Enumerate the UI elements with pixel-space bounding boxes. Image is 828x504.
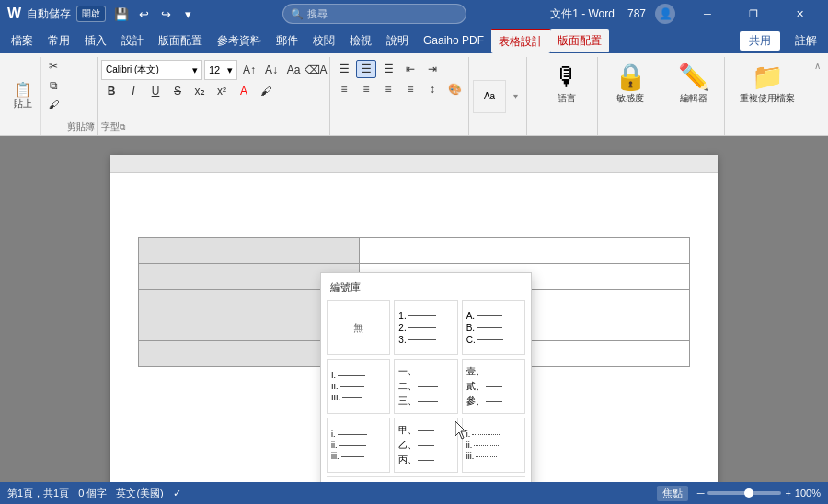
menu-item-help[interactable]: 說明	[379, 29, 416, 52]
font-size-value: 12	[209, 64, 220, 75]
italic-btn[interactable]: I	[123, 82, 144, 100]
menu-item-references[interactable]: 參考資料	[210, 29, 269, 52]
align-right-btn[interactable]: ≡	[378, 80, 398, 98]
reuse-label: 重複使用檔案	[740, 92, 795, 105]
title-center: 🔍 搜尋	[282, 4, 466, 24]
strikethrough-btn[interactable]: S	[167, 82, 188, 100]
menu-item-gaaiho[interactable]: Gaaiho PDF	[416, 30, 491, 51]
status-right: 焦點 ─ + 100%	[657, 486, 821, 501]
restore-btn[interactable]: ❐	[732, 0, 775, 28]
reuse-icon: 📁	[752, 64, 784, 90]
subscript-btn[interactable]: x₂	[190, 82, 210, 100]
shading-btn[interactable]: 🎨	[444, 80, 465, 98]
save-icon[interactable]: 💾	[111, 4, 132, 24]
align-center-btn[interactable]: ≡	[356, 80, 376, 98]
menu-item-review[interactable]: 校閱	[305, 29, 342, 52]
zoom-out-btn[interactable]: ─	[697, 487, 705, 498]
menu-item-view[interactable]: 檢視	[342, 29, 379, 52]
language-btn[interactable]: 🎙 語言	[544, 61, 590, 109]
multilevel-btn[interactable]: ☰	[378, 60, 398, 78]
lang-label: 英文(美國)	[116, 487, 163, 500]
undo-btn[interactable]: ↩	[133, 4, 154, 24]
user-icon[interactable]: 👤	[655, 4, 675, 24]
share-button[interactable]: 共用	[740, 31, 780, 51]
superscript-btn[interactable]: x²	[212, 82, 232, 100]
autosave-toggle[interactable]: 開啟	[76, 6, 106, 22]
numbering-grid: 無 1. 2. 3. A. B. C. I. II. III. 一、	[327, 300, 525, 473]
numbering-btn[interactable]: ☰	[356, 60, 376, 78]
more-btn[interactable]: ▾	[178, 4, 198, 24]
zoom-control: ─ + 100%	[697, 487, 821, 498]
font-group-dialog-icon[interactable]: ⧉	[120, 122, 125, 132]
reuse-btn[interactable]: 📁 重複使用檔案	[734, 61, 800, 109]
sensitivity-btn[interactable]: 🔒 敏感度	[607, 61, 653, 109]
menu-item-mailings[interactable]: 郵件	[269, 29, 305, 52]
numbering-roman[interactable]: I. II. III.	[327, 359, 390, 414]
zoom-thumb	[744, 488, 753, 498]
menu-item-file[interactable]: 檔案	[4, 29, 40, 52]
table-cell[interactable]	[139, 238, 360, 264]
grow-font-btn[interactable]: A↑	[239, 61, 259, 79]
menu-item-insert[interactable]: 插入	[77, 29, 114, 52]
language-icon: 🎙	[554, 64, 580, 90]
styles-collapse-btn[interactable]: ▾	[508, 59, 523, 133]
zoom-slider[interactable]	[707, 491, 781, 495]
status-bar: 第1頁，共1頁 0 個字 英文(美國) ✓ 焦點 ─ + 100%	[0, 482, 828, 504]
numbering-chinese-capital[interactable]: 壹、 貳、 參、	[462, 359, 525, 414]
styles-group: Aa ▾	[469, 57, 527, 135]
align-left-btn[interactable]: ≡	[334, 80, 354, 98]
numbering-roman-lower[interactable]: i. ii. iii.	[327, 418, 390, 473]
underline-btn[interactable]: U	[145, 82, 166, 100]
increase-indent-btn[interactable]: ⇥	[422, 60, 443, 78]
shrink-font-btn[interactable]: A↓	[261, 61, 282, 79]
search-bar[interactable]: 🔍 搜尋	[282, 4, 466, 24]
paste-btn[interactable]: 📋 貼上	[9, 57, 37, 135]
change-case-btn[interactable]: Aa	[283, 61, 304, 79]
format-painter-btn[interactable]: 🖌	[43, 96, 63, 114]
numbering-chinese[interactable]: 一、 二、 三、	[394, 359, 457, 414]
table-cell[interactable]	[359, 238, 689, 264]
table-row[interactable]	[139, 238, 690, 264]
numbering-dotted[interactable]: i. ii. iii.	[462, 418, 525, 473]
ribbon-collapse-btn[interactable]: ∧	[810, 61, 824, 71]
clear-format-btn[interactable]: ⌫A	[305, 61, 326, 79]
menu-item-layout[interactable]: 版面配置	[151, 29, 210, 52]
editor-label: 編輯器	[680, 92, 707, 105]
menu-item-table-layout[interactable]: 版面配置	[550, 29, 609, 52]
menu-item-home[interactable]: 常用	[40, 29, 77, 52]
line-spacing-btn[interactable]: ↕	[422, 80, 443, 98]
zoom-in-btn[interactable]: +	[785, 487, 790, 498]
style-normal-btn[interactable]: Aa	[473, 80, 506, 113]
menu-item-table-design[interactable]: 表格設計	[491, 29, 550, 53]
ribbon-right: 共用 註解	[740, 31, 824, 51]
paste-label: 貼上	[14, 97, 32, 110]
bullets-btn[interactable]: ☰	[334, 60, 354, 78]
menu-item-design[interactable]: 設計	[114, 29, 151, 52]
word-logo-icon: W	[7, 6, 21, 22]
minimize-btn[interactable]: ─	[686, 0, 729, 28]
numbering-chinese-letter[interactable]: 甲、 乙、 丙、	[394, 418, 457, 473]
title-right: 文件1 - Word 787 👤 ─ ❐ ✕	[550, 0, 821, 28]
copy-btn[interactable]: ⧉	[43, 76, 63, 95]
autosave-label: 自動儲存	[27, 6, 71, 22]
focus-label[interactable]: 焦點	[657, 486, 688, 501]
editor-btn[interactable]: ✏️ 編輯器	[671, 61, 717, 109]
font-name-selector[interactable]: Calibri (本文) ▾	[101, 60, 202, 80]
highlight-btn[interactable]: 🖌	[256, 82, 276, 100]
change-list-level-item[interactable]: ☰ 變更清單階層(C) ▶	[327, 481, 525, 482]
close-btn[interactable]: ✕	[778, 0, 821, 28]
numbering-none[interactable]: 無	[327, 300, 390, 355]
font-color-btn[interactable]: A	[234, 82, 254, 100]
cut-btn[interactable]: ✂	[43, 57, 63, 75]
font-name-value: Calibri (本文)	[106, 63, 159, 76]
justify-btn[interactable]: ≡	[400, 80, 420, 98]
bold-btn[interactable]: B	[101, 82, 121, 100]
word-count: 0 個字	[78, 487, 107, 500]
decrease-indent-btn[interactable]: ⇤	[400, 60, 420, 78]
document-area: 編號庫 無 1. 2. 3. A. B. C. I. II. III.	[0, 136, 828, 482]
numbering-abc[interactable]: A. B. C.	[462, 300, 525, 355]
font-size-selector[interactable]: 12 ▾	[204, 60, 237, 80]
redo-btn[interactable]: ↪	[155, 4, 176, 24]
numbering-123[interactable]: 1. 2. 3.	[394, 300, 457, 355]
comment-button[interactable]: 註解	[788, 31, 824, 51]
